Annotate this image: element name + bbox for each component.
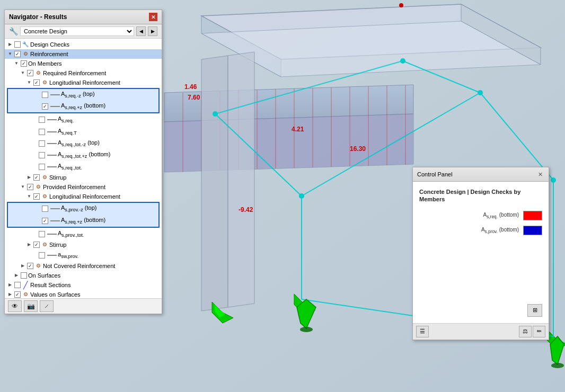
svg-text:16.30: 16.30: [350, 145, 366, 153]
checkbox-on-members[interactable]: ✓: [21, 60, 27, 67]
tree-item-as-req-tot-z-bottom[interactable]: As,req.,tot.+z (bottom): [5, 149, 162, 161]
cp-export-button[interactable]: ⊞: [527, 304, 542, 317]
cp-bottom-right-buttons: ⚖ ✏: [519, 326, 545, 337]
line-icon-result-sections: ╱: [22, 281, 29, 289]
expand-design-checks[interactable]: ▶: [7, 40, 13, 49]
tree-item-on-members[interactable]: ▼ ✓ On Members: [5, 59, 162, 68]
tree-item-on-surfaces[interactable]: ▶ On Surfaces: [5, 271, 162, 280]
checkbox-as-req-t[interactable]: [39, 129, 45, 135]
tree-item-as-prov-z-top[interactable]: As,prov.-z (top): [8, 203, 158, 215]
checkbox-long-reinforcement-1[interactable]: ✓: [33, 79, 40, 86]
checkbox-asw-prov[interactable]: [39, 252, 45, 259]
nav-next-button[interactable]: ▶: [148, 26, 157, 36]
tree-item-as-req-t[interactable]: As,req.T: [5, 126, 162, 138]
tree-item-long-reinforcement-2[interactable]: ▼ ✓ ⚙ Longitudinal Reinforcement: [5, 192, 162, 201]
expand-long-reinforcement-2[interactable]: ▼: [26, 192, 32, 201]
tree-item-not-covered[interactable]: ▶ ✓ ⚙ Not Covered Reinforcement: [5, 261, 162, 271]
tree-item-result-sections[interactable]: ▶ ╱ Result Sections: [5, 280, 162, 290]
bar-icon-as-req-tot-z-top: [47, 143, 57, 144]
control-panel-title: Control Panel: [417, 171, 453, 177]
tree-item-long-reinforcement-1[interactable]: ▼ ✓ ⚙ Longitudinal Reinforcement: [5, 78, 162, 87]
as-req-t-label: As,req.T: [58, 127, 77, 137]
checkbox-provided-reinforcement[interactable]: ✓: [27, 184, 33, 190]
checkbox-as-prov-z-top[interactable]: [42, 206, 48, 212]
expand-stirrup-2[interactable]: ▶: [26, 240, 32, 249]
control-panel-close-button[interactable]: ✕: [536, 170, 544, 179]
control-panel-subtitle: Concrete Design | Design Checks by Membe…: [419, 188, 542, 203]
tree-item-stirrup-1[interactable]: ▶ ✓ ⚙ Stirrup: [5, 173, 162, 182]
expand-on-surfaces[interactable]: ▶: [13, 271, 20, 280]
checkbox-as-req[interactable]: [39, 117, 45, 123]
stirrup-2-label: Stirrup: [49, 240, 66, 249]
as-req-tot-z-bottom-label: As,req.,tot.+z (bottom): [58, 150, 110, 161]
tree-item-values-on-surfaces[interactable]: ▶ ✓ ⚙ Values on Surfaces: [5, 290, 162, 298]
tree-item-design-checks[interactable]: ▶ 🔧 Design Checks: [5, 40, 162, 49]
checkbox-as-req-tot-z-bottom[interactable]: [39, 152, 45, 158]
tree-item-asw-prov[interactable]: asw,prov.: [5, 250, 162, 261]
tree-item-as-req-tot-z-top[interactable]: As,req.,tot.-z (top): [5, 138, 162, 149]
expand-stirrup-1[interactable]: ▶: [26, 173, 32, 182]
checkbox-as-prov-tot[interactable]: [39, 231, 45, 237]
cp-bottom-left-buttons: ☰: [416, 326, 429, 337]
cp-edit-button[interactable]: ✏: [533, 326, 545, 337]
expand-provided-reinforcement[interactable]: ▼: [20, 183, 26, 191]
cp-scale-button[interactable]: ⚖: [519, 326, 532, 337]
checkbox-as-req-tot-z-top[interactable]: [39, 140, 45, 147]
tree-item-reinforcement[interactable]: ▼ ✓ ⚙ Reinforcement: [5, 49, 162, 59]
provided-reinforcement-label: Provided Reinforcement: [43, 183, 105, 191]
checkbox-result-sections[interactable]: [14, 282, 21, 288]
expand-on-members[interactable]: ▼: [13, 59, 20, 68]
checkbox-reinforcement[interactable]: ✓: [14, 51, 21, 57]
navigator-close-button[interactable]: ✕: [149, 13, 157, 21]
checkbox-as-req-tot[interactable]: [39, 164, 45, 170]
checkbox-long-reinforcement-2[interactable]: ✓: [33, 193, 40, 200]
tree-item-as-req-z-bottom[interactable]: ✓ As,req.+z (bottom): [8, 101, 158, 112]
asw-prov-label: asw,prov.: [58, 250, 78, 261]
expand-not-covered[interactable]: ▶: [20, 262, 26, 270]
tree-item-as-req[interactable]: As,req.: [5, 114, 162, 126]
expand-required-reinforcement[interactable]: ▼: [20, 69, 26, 77]
expand-values-on-surfaces[interactable]: ▶: [7, 290, 13, 298]
result-sections-label: Result Sections: [30, 281, 70, 289]
legend-color-as-req[interactable]: [523, 211, 542, 220]
expand-reinforcement[interactable]: ▼: [7, 50, 13, 58]
checkbox-as-req-z-top[interactable]: [42, 92, 48, 98]
cp-list-button[interactable]: ☰: [416, 326, 429, 337]
nav-prev-button[interactable]: ◀: [136, 26, 146, 36]
navigator-dropdown[interactable]: Concrete Design: [20, 26, 134, 36]
rebar-icon-stirrup2: ⚙: [41, 241, 48, 248]
rebar-icon-required: ⚙: [34, 69, 42, 77]
checkbox-as-prov-z-bottom[interactable]: ✓: [42, 218, 48, 224]
checkbox-stirrup-1[interactable]: ✓: [33, 174, 40, 181]
bar-icon-as-prov-z-top: [50, 208, 60, 209]
settings-button[interactable]: ⟋: [40, 300, 54, 312]
checkbox-not-covered[interactable]: ✓: [27, 263, 33, 269]
rebar-icon-long1: ⚙: [41, 79, 48, 86]
as-prov-z-top-label: As,prov.-z (top): [61, 203, 96, 214]
navigator-bottom-toolbar: 👁 📷 ⟋: [5, 298, 162, 314]
checkbox-required-reinforcement[interactable]: ✓: [27, 70, 33, 76]
display-button[interactable]: 👁: [8, 300, 22, 312]
expand-result-sections[interactable]: ▶: [7, 281, 13, 289]
tree-item-required-reinforcement[interactable]: ▼ ✓ ⚙ Required Reinforcement: [5, 68, 162, 78]
expand-long-reinforcement-1[interactable]: ▼: [26, 78, 32, 87]
tree-item-as-prov-tot[interactable]: As,prov.,tot.: [5, 228, 162, 240]
tree-item-as-prov-z-bottom[interactable]: ✓ As,req.+z (bottom): [8, 215, 158, 227]
checkbox-values-on-surfaces[interactable]: ✓: [14, 291, 21, 298]
legend-color-as-prov[interactable]: [523, 226, 542, 235]
checkbox-design-checks[interactable]: [14, 41, 21, 48]
navigator-header: 🔧 Concrete Design ◀ ▶: [5, 24, 162, 39]
checkbox-as-req-z-bottom[interactable]: ✓: [42, 103, 48, 110]
control-panel-bottom-toolbar: ☰ ⚖ ✏: [413, 323, 549, 340]
tree-item-as-req-z-top[interactable]: As,req.-z (top): [8, 89, 158, 101]
tree-item-provided-reinforcement[interactable]: ▼ ✓ ⚙ Provided Reinforcement: [5, 182, 162, 192]
tree-item-stirrup-2[interactable]: ▶ ✓ ⚙ Stirrup: [5, 240, 162, 250]
svg-text:-9.42: -9.42: [239, 206, 253, 213]
checkbox-stirrup-2[interactable]: ✓: [33, 242, 40, 248]
wrench-icon: 🔧: [22, 41, 29, 48]
navigator-tree: ▶ 🔧 Design Checks ▼ ✓ ⚙ Reinforcement ▼ …: [5, 39, 162, 298]
render-button[interactable]: 📷: [24, 300, 38, 312]
checkbox-on-surfaces[interactable]: [21, 272, 27, 279]
stirrup-1-label: Stirrup: [49, 173, 66, 182]
tree-item-as-req-tot[interactable]: As,req.,tot.: [5, 161, 162, 173]
